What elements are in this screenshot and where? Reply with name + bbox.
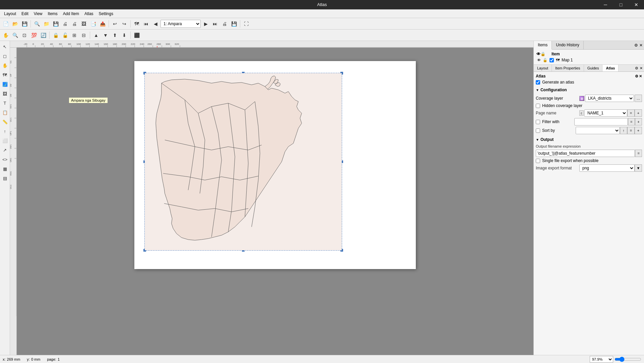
raise-top[interactable]: ⬆ (111, 31, 119, 40)
sort-by-edit-button[interactable]: = (627, 127, 635, 134)
atlas-export-button[interactable]: 💾 (230, 19, 238, 28)
tab-atlas[interactable]: Atlas (602, 65, 619, 71)
raise-button[interactable]: ▲ (92, 31, 101, 40)
export-pdf-button[interactable]: 📑 (89, 19, 98, 28)
add-north-arrow-tool[interactable]: ↑ (1, 127, 9, 136)
add-map-tool[interactable]: 🗺 (1, 70, 9, 79)
pan-tool[interactable]: ✋ (1, 31, 10, 40)
page-name-edit-button[interactable]: = (627, 109, 635, 117)
items-panel-close-icon[interactable]: ✕ (639, 43, 643, 48)
add-legend-tool[interactable]: 📋 (1, 108, 9, 117)
zoom-slider[interactable] (615, 357, 641, 362)
atlas-close-icon[interactable]: ✕ (639, 74, 642, 79)
image-format-arrow-button[interactable]: ▼ (635, 164, 642, 172)
map-item[interactable] (144, 73, 342, 251)
unlock-items[interactable]: 🔓 (61, 31, 69, 40)
configuration-section-title[interactable]: ▼ Configuration (536, 87, 642, 93)
page-name-select[interactable]: NAME_1 (584, 109, 627, 117)
save-as-button[interactable]: 💾 (51, 19, 60, 28)
add-html-tool[interactable]: <> (1, 155, 9, 164)
zoom-select[interactable]: 97.9% 50% 75% 100% 150% 200% (590, 356, 613, 363)
sort-by-add-button[interactable]: + (635, 127, 642, 134)
canvas-viewport[interactable]: Ampara nga Sibugay (17, 48, 533, 355)
tab-layout[interactable]: Layout (534, 65, 552, 71)
atlas-first-button[interactable]: ⏮ (142, 19, 150, 28)
filename-expression-input[interactable] (536, 150, 635, 157)
select-tool[interactable]: ↖ (1, 42, 9, 51)
sort-by-asc-button[interactable]: ↑ (620, 127, 627, 134)
add-attribute-table-tool[interactable]: ▦ (1, 164, 9, 173)
props-settings-icon[interactable]: ⚙ (635, 66, 638, 70)
maximize-button[interactable]: □ (613, 0, 629, 9)
item-visible-icon[interactable]: 👁 (537, 58, 541, 62)
sort-by-select[interactable] (576, 127, 620, 134)
coverage-layer-select[interactable]: LKA_districts (585, 95, 634, 102)
atlas-prev-button[interactable]: ◀ (151, 19, 160, 28)
add-arrow-tool[interactable]: ↗ (1, 146, 9, 154)
zoom-100[interactable]: 💯 (29, 31, 38, 40)
add-shape-tool[interactable]: ⬜ (1, 136, 9, 145)
align-left[interactable]: ⬛ (132, 31, 141, 40)
node-tool[interactable]: ◻ (1, 52, 9, 60)
page-name-add-button[interactable]: + (635, 109, 642, 117)
close-button[interactable]: ✕ (629, 0, 644, 9)
atlas-next-button[interactable]: ▶ (201, 19, 210, 28)
zoom-fit-page[interactable]: ⊡ (20, 31, 29, 40)
add-3d-map-tool[interactable]: 🗾 (1, 80, 9, 89)
hidden-coverage-checkbox[interactable] (536, 104, 540, 108)
menu-items[interactable]: Items (45, 10, 60, 17)
props-close-icon[interactable]: ✕ (640, 66, 643, 70)
hidden-coverage-label[interactable]: Hidden coverage layer (542, 103, 582, 108)
menu-view[interactable]: View (31, 10, 45, 17)
group-items[interactable]: ⊞ (70, 31, 79, 40)
export-image-button[interactable]: 🖼 (79, 19, 88, 28)
single-file-label[interactable]: Single file export when possible (542, 158, 598, 163)
add-fixed-table-tool[interactable]: ▤ (1, 174, 9, 183)
filename-expression-edit-button[interactable]: = (635, 150, 642, 157)
menu-layout[interactable]: Layout (1, 10, 19, 17)
sort-by-checkbox[interactable] (536, 128, 540, 133)
single-file-checkbox[interactable] (536, 159, 540, 163)
sort-by-label[interactable]: Sort by (542, 128, 576, 133)
atlas-print-button[interactable]: 🖨 (220, 19, 229, 28)
add-scalebar-tool[interactable]: 📏 (1, 117, 9, 126)
output-section-title[interactable]: ▼ Output (536, 136, 642, 143)
lock-items[interactable]: 🔒 (51, 31, 60, 40)
generate-atlas-checkbox[interactable] (536, 80, 540, 85)
print-button[interactable]: 🖨 (61, 19, 69, 28)
properties-button[interactable]: 🔍 (33, 19, 41, 28)
add-label-tool[interactable]: T (1, 99, 9, 107)
item-select-checkbox[interactable] (550, 58, 554, 62)
image-format-select[interactable]: png jpg tiff bmp (579, 164, 635, 172)
filter-with-label[interactable]: Filter with (542, 119, 574, 124)
menu-atlas[interactable]: Atlas (82, 10, 96, 17)
zoom-in-tool[interactable]: 🔍 (11, 31, 19, 40)
atlas-settings-icon[interactable]: ⚙ (635, 74, 638, 79)
tab-undo-history[interactable]: Undo History (552, 41, 583, 49)
filter-with-input[interactable] (574, 118, 628, 125)
atlas-feature-select[interactable]: 1: Ampara (160, 20, 201, 28)
atlas-last-button[interactable]: ⏭ (211, 19, 219, 28)
coverage-layer-edit-button[interactable]: … (635, 95, 642, 102)
lower-button[interactable]: ▼ (101, 31, 110, 40)
ungroup-items[interactable]: ⊟ (79, 31, 88, 40)
filter-with-add-button[interactable]: + (635, 118, 642, 125)
print2-button[interactable]: 🖨 (70, 19, 79, 28)
open-folder-button[interactable]: 📁 (42, 19, 51, 28)
zoom-fit-button[interactable]: ⛶ (242, 19, 251, 28)
open-button[interactable]: 📂 (11, 19, 19, 28)
menu-settings[interactable]: Settings (96, 10, 116, 17)
filter-with-edit-button[interactable]: = (628, 118, 635, 125)
item-lock-icon[interactable]: 🔓 (543, 58, 548, 62)
minimize-button[interactable]: ─ (598, 0, 613, 9)
add-picture-tool[interactable]: 🖼 (1, 89, 9, 98)
menu-edit[interactable]: Edit (19, 10, 31, 17)
redo-button[interactable]: ↪ (120, 19, 129, 28)
refresh-button[interactable]: 🔄 (39, 31, 48, 40)
lower-bottom[interactable]: ⬇ (120, 31, 129, 40)
tab-guides[interactable]: Guides (584, 65, 603, 71)
atlas-preview-button[interactable]: 🗺 (132, 19, 141, 28)
new-button[interactable]: 📄 (1, 19, 10, 28)
export2-button[interactable]: 📤 (98, 19, 107, 28)
generate-atlas-label[interactable]: Generate an atlas (542, 80, 574, 85)
